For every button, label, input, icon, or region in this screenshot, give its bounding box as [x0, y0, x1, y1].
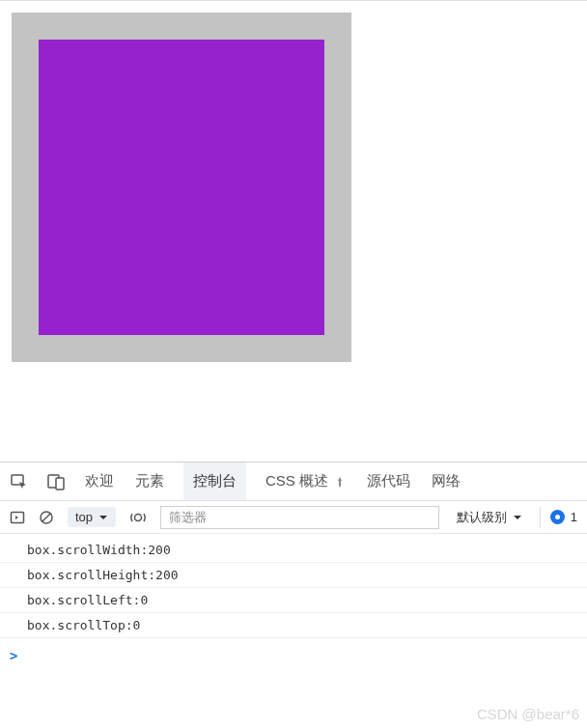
tab-sources[interactable]: 源代码 [365, 462, 412, 500]
tab-network[interactable]: 网络 [430, 462, 462, 500]
tab-console[interactable]: 控制台 [183, 462, 246, 500]
page-viewport [0, 0, 587, 462]
tab-css-overview[interactable]: CSS 概述 [264, 462, 348, 500]
level-label: 默认级别 [457, 509, 507, 526]
svg-rect-2 [56, 478, 64, 490]
svg-point-6 [135, 514, 142, 520]
context-selector[interactable]: top [68, 507, 116, 527]
live-expression-icon[interactable] [129, 510, 147, 525]
outer-box [12, 13, 351, 362]
prompt-caret-icon: > [10, 648, 17, 663]
sidebar-toggle-icon[interactable] [10, 510, 25, 525]
clear-console-icon[interactable] [39, 510, 54, 525]
watermark: CSDN @bear*6 [477, 706, 579, 722]
chevron-down-icon [98, 513, 108, 522]
filter-input[interactable] [160, 506, 439, 529]
issues-count: 1 [571, 510, 577, 524]
log-level-selector[interactable]: 默认级别 [453, 509, 526, 526]
console-line: box.scrollTop:0 [0, 613, 587, 638]
console-prompt[interactable]: > [0, 642, 587, 669]
issue-dot-icon [550, 510, 565, 524]
console-line: box.scrollWidth:200 [0, 538, 587, 563]
context-label: top [75, 510, 93, 524]
issues-badge[interactable]: 1 [540, 507, 577, 528]
devtools-tabs: 欢迎 元素 控制台 CSS 概述 源代码 网络 [0, 462, 587, 501]
inner-box [39, 40, 324, 335]
tab-welcome[interactable]: 欢迎 [83, 462, 116, 500]
inspect-element-icon[interactable] [10, 472, 29, 491]
console-toolbar: top 默认级别 1 [0, 501, 587, 534]
devtools-panel: 欢迎 元素 控制台 CSS 概述 源代码 网络 top [0, 462, 587, 669]
tab-elements[interactable]: 元素 [133, 462, 166, 500]
pin-icon [334, 476, 346, 488]
chevron-down-icon [513, 513, 522, 522]
console-line: box.scrollHeight:200 [0, 563, 587, 588]
svg-line-5 [42, 514, 50, 521]
tab-label: CSS 概述 [266, 472, 328, 490]
console-line: box.scrollLeft:0 [0, 588, 587, 613]
console-output: box.scrollWidth:200 box.scrollHeight:200… [0, 534, 587, 642]
device-toggle-icon[interactable] [46, 472, 66, 491]
